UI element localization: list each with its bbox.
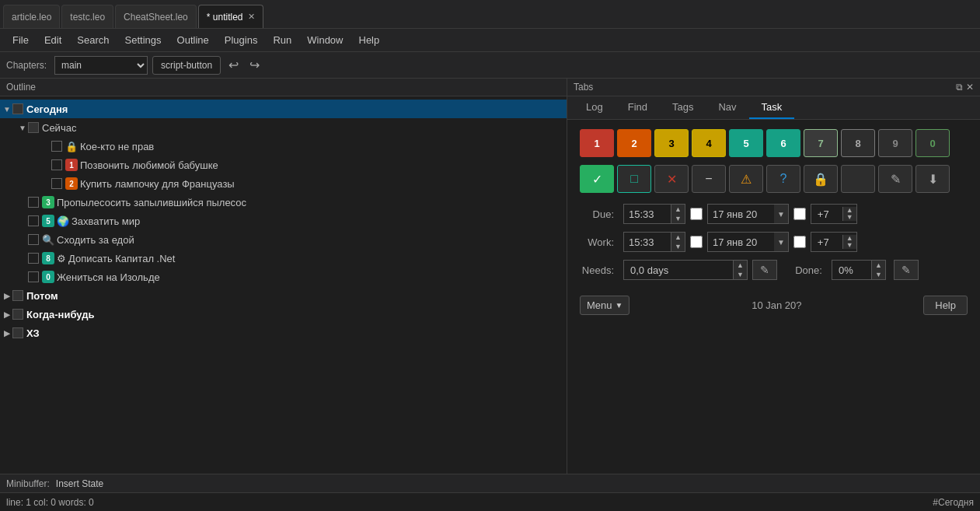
due-time-spinner[interactable]: 15:33 ▲ ▼ [623, 204, 685, 224]
checkbox-potom[interactable] [12, 290, 23, 301]
status-eraser-btn[interactable]: ✎ [878, 165, 912, 193]
tab-cheatsheet[interactable]: CheatSheet.leo [115, 5, 197, 28]
menu-edit[interactable]: Edit [37, 31, 69, 49]
help-button[interactable]: Help [923, 296, 968, 315]
redo-button[interactable]: ↪ [246, 58, 263, 73]
checkbox-zhenitsa[interactable] [28, 271, 39, 282]
menu-run[interactable]: Run [265, 31, 299, 49]
status-lock-btn[interactable]: 🔒 [804, 165, 838, 193]
checkbox-pylesosit[interactable] [28, 197, 39, 208]
needs-input[interactable]: 0,0 days ▲ ▼ [623, 260, 748, 280]
priority-8-btn[interactable]: 8 [841, 129, 875, 157]
status-box-btn[interactable]: □ [617, 165, 651, 193]
work-time-down-btn[interactable]: ▼ [671, 242, 685, 251]
tree-item-zahvatit[interactable]: ▶ 5 🌍 Захватить мир [0, 212, 567, 230]
due-date-input[interactable]: 17 янв 20 ▼ [707, 204, 789, 224]
menu-file[interactable]: File [5, 31, 37, 49]
tab-task[interactable]: Task [749, 96, 795, 119]
work-date-checkbox[interactable] [793, 236, 806, 248]
work-date-arrow-btn[interactable]: ▼ [774, 233, 788, 251]
checkbox-pozvonit[interactable] [51, 159, 62, 170]
tab-untitled[interactable]: * untitled ✕ [198, 5, 263, 28]
status-warning-btn[interactable]: ⚠ [729, 165, 763, 193]
panel-close-btn[interactable]: ✕ [966, 82, 974, 93]
checkbox-dopisat[interactable] [28, 253, 39, 264]
checkbox-zahvatit[interactable] [28, 215, 39, 226]
priority-6-btn[interactable]: 6 [766, 129, 800, 157]
menu-plugins[interactable]: Plugins [217, 31, 266, 49]
close-icon[interactable]: ✕ [248, 12, 255, 22]
tree-item-kupit[interactable]: ▶ 2 Купить лампочку для Француазы [0, 174, 567, 193]
due-date-checkbox[interactable] [793, 208, 806, 220]
priority-1-btn[interactable]: 1 [580, 129, 614, 157]
priority-4-btn[interactable]: 4 [692, 129, 726, 157]
status-question-btn[interactable]: ? [766, 165, 800, 193]
menu-dropdown-btn[interactable]: Menu ▼ [580, 296, 630, 315]
minibuffer-value: Insert State [56, 478, 103, 489]
tree-item-dopisat[interactable]: ▶ 8 ⚙ Дописать Капитал .Net [0, 249, 567, 268]
menu-window[interactable]: Window [299, 31, 350, 49]
undo-button[interactable]: ↩ [225, 58, 242, 73]
work-plus-down-btn[interactable]: ▼ [843, 242, 856, 249]
done-up-btn[interactable]: ▲ [872, 261, 885, 270]
needs-down-btn[interactable]: ▼ [734, 270, 747, 279]
checkbox-segodnya[interactable] [12, 103, 23, 114]
work-time-spinner[interactable]: 15:33 ▲ ▼ [623, 232, 685, 252]
checkbox-hz[interactable] [12, 327, 23, 338]
checkbox-kogda[interactable] [12, 309, 23, 320]
tree-item-potom[interactable]: ▶ Потом [0, 286, 567, 305]
due-time-up-btn[interactable]: ▲ [671, 205, 685, 214]
priority-0-btn[interactable]: 0 [915, 129, 950, 157]
tab-testc[interactable]: testc.leo [61, 5, 113, 28]
work-checkbox[interactable] [690, 236, 703, 248]
menu-search[interactable]: Search [69, 31, 117, 49]
status-down-btn[interactable]: ⬇ [915, 165, 950, 193]
priority-2-btn[interactable]: 2 [617, 129, 651, 157]
status-minus-btn[interactable]: − [692, 165, 726, 193]
needs-up-btn[interactable]: ▲ [734, 261, 747, 270]
tree-item-koekto[interactable]: ▶ 🔒 Кое-кто не прав [0, 137, 567, 156]
due-time-down-btn[interactable]: ▼ [671, 214, 685, 223]
checkbox-koekto[interactable] [51, 141, 62, 152]
status-cross-btn[interactable]: ✕ [654, 165, 689, 193]
tree-item-seychas[interactable]: ▼ Сейчас [0, 118, 567, 137]
tree-item-pylesosit[interactable]: ▶ 3 Пропылесосить запылившийся пылесос [0, 193, 567, 212]
done-eraser-btn[interactable]: ✎ [894, 260, 919, 280]
work-time-up-btn[interactable]: ▲ [671, 233, 685, 242]
tab-find[interactable]: Find [616, 96, 660, 119]
chapters-select[interactable]: main [54, 56, 148, 75]
tree-item-shodit[interactable]: ▶ 🔍 Сходить за едой [0, 230, 567, 249]
done-input[interactable]: 0% ▲ ▼ [832, 260, 886, 280]
tree-item-pozvonit[interactable]: ▶ 1 Позвонить любимой бабушке [0, 156, 567, 174]
tree-item-segodnya[interactable]: ▼ Сегодня [0, 100, 567, 118]
menu-help[interactable]: Help [351, 31, 388, 49]
status-check-btn[interactable]: ✓ [580, 165, 614, 193]
priority-5-btn[interactable]: 5 [729, 129, 763, 157]
status-empty1-btn[interactable] [841, 165, 875, 193]
tree-item-kogda[interactable]: ▶ Когда-нибудь [0, 305, 567, 324]
work-date-input[interactable]: 17 янв 20 ▼ [707, 232, 789, 252]
due-plus-group[interactable]: +7 ▲ ▼ [811, 204, 857, 224]
tab-article[interactable]: article.leo [3, 5, 60, 28]
tree-item-zhenitsa[interactable]: ▶ 0 Жениться на Изольде [0, 268, 567, 286]
menu-settings[interactable]: Settings [117, 31, 169, 49]
work-plus-group[interactable]: +7 ▲ ▼ [811, 232, 857, 252]
script-button[interactable]: script-button [152, 56, 221, 75]
priority-3-btn[interactable]: 3 [654, 129, 689, 157]
priority-7-btn[interactable]: 7 [804, 129, 838, 157]
tree-item-hz[interactable]: ▶ ХЗ [0, 324, 567, 342]
due-date-arrow-btn[interactable]: ▼ [774, 205, 788, 223]
needs-eraser-btn[interactable]: ✎ [752, 260, 777, 280]
tab-nav[interactable]: Nav [706, 96, 748, 119]
done-down-btn[interactable]: ▼ [872, 270, 885, 279]
checkbox-seychas[interactable] [28, 122, 39, 133]
tab-tags[interactable]: Tags [660, 96, 706, 119]
tab-log[interactable]: Log [574, 96, 616, 119]
menu-outline[interactable]: Outline [169, 31, 217, 49]
priority-9-btn[interactable]: 9 [878, 129, 912, 157]
checkbox-kupit[interactable] [51, 178, 62, 189]
checkbox-shodit[interactable] [28, 234, 39, 245]
due-checkbox[interactable] [690, 208, 703, 220]
due-plus-down-btn[interactable]: ▼ [843, 214, 856, 221]
panel-restore-btn[interactable]: ⧉ [956, 82, 963, 93]
